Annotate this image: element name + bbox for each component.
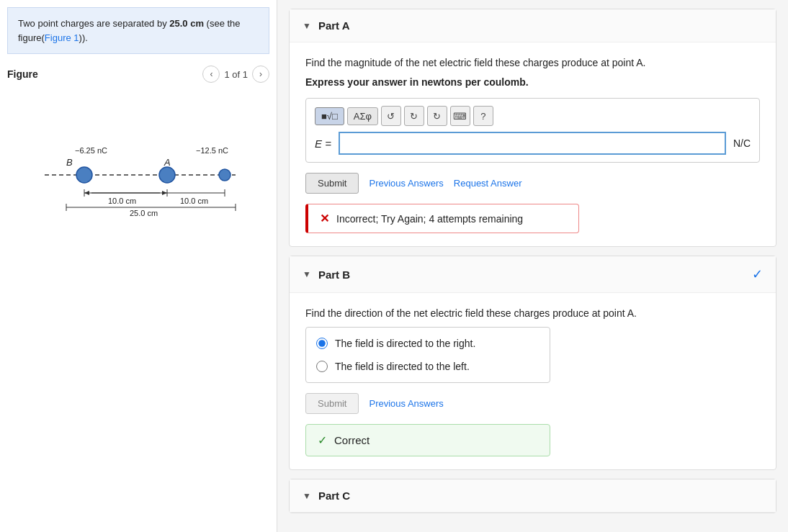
svg-text:−12.5 nC: −12.5 nC bbox=[196, 146, 228, 155]
part-b-correct-checkmark: ✓ bbox=[752, 266, 763, 282]
part-a-action-row: Submit Previous Answers Request Answer bbox=[305, 173, 760, 194]
math-btn-sigma[interactable]: ΑΣφ bbox=[347, 107, 378, 125]
figure-link[interactable]: Figure 1 bbox=[45, 32, 79, 43]
help-icon: ? bbox=[480, 111, 485, 122]
part-c-header[interactable]: ▼ Part C bbox=[290, 479, 776, 513]
part-b-correct-banner: ✓ Correct bbox=[305, 424, 550, 456]
svg-marker-12 bbox=[84, 191, 89, 195]
help-button[interactable]: ? bbox=[473, 106, 493, 126]
part-b-radio-2[interactable] bbox=[316, 361, 328, 372]
part-a-error-banner: ✕ Incorrect; Try Again; 4 attempts remai… bbox=[305, 204, 579, 233]
figure-suffix: )). bbox=[79, 32, 88, 43]
right-panel: ▼ Part A Find the magnitude of the net e… bbox=[277, 0, 788, 532]
part-a-section: ▼ Part A Find the magnitude of the net e… bbox=[289, 9, 776, 247]
svg-text:10.0 cm: 10.0 cm bbox=[108, 197, 136, 205]
figure-title: Figure bbox=[7, 68, 38, 80]
math-input-row: E = N/C bbox=[315, 132, 751, 155]
part-b-previous-answers-link[interactable]: Previous Answers bbox=[369, 398, 443, 409]
reset-button[interactable]: ↻ bbox=[427, 106, 447, 126]
math-toolbar: ■√□ ΑΣφ ↺ ↻ ↻ ⌨ ? bbox=[315, 106, 751, 126]
left-panel: Two point charges are separated by 25.0 … bbox=[0, 0, 277, 532]
svg-text:−6.25 nC: −6.25 nC bbox=[75, 146, 107, 155]
part-a-instruction: Express your answer in newtons per coulo… bbox=[305, 76, 760, 88]
part-a-label: Part A bbox=[318, 19, 350, 32]
part-b-question: Find the direction of the net electric f… bbox=[305, 306, 760, 321]
reset-icon: ↻ bbox=[433, 111, 441, 122]
part-b-option-2-text: The field is directed to the left. bbox=[335, 361, 470, 372]
svg-text:25.0 cm: 25.0 cm bbox=[130, 209, 158, 217]
part-c-section: ▼ Part C bbox=[289, 479, 776, 513]
incorrect-icon: ✕ bbox=[320, 212, 329, 225]
figure-counter: 1 of 1 bbox=[224, 69, 248, 80]
math-label: E = bbox=[315, 137, 331, 150]
redo-button[interactable]: ↻ bbox=[404, 106, 424, 126]
part-b-body: Find the direction of the net electric f… bbox=[290, 293, 776, 469]
math-input-box: ■√□ ΑΣφ ↺ ↻ ↻ ⌨ ? bbox=[305, 98, 760, 163]
svg-text:A: A bbox=[164, 157, 171, 168]
keyboard-icon: ⌨ bbox=[453, 111, 467, 122]
part-b-option-2[interactable]: The field is directed to the left. bbox=[306, 355, 550, 378]
redo-icon: ↻ bbox=[410, 111, 418, 122]
part-c-label: Part C bbox=[318, 490, 350, 502]
part-b-label: Part B bbox=[318, 269, 350, 281]
part-b-submit-button[interactable]: Submit bbox=[305, 393, 359, 414]
part-b-action-row: Submit Previous Answers bbox=[305, 393, 760, 414]
problem-text-pre: Two point charges are separated by bbox=[18, 18, 169, 29]
svg-text:B: B bbox=[66, 157, 73, 168]
part-b-collapse-icon: ▼ bbox=[303, 269, 311, 279]
part-b-header[interactable]: ▼ Part B ✓ bbox=[290, 256, 776, 293]
part-b-radio-1[interactable] bbox=[316, 338, 328, 349]
part-a-previous-answers-link[interactable]: Previous Answers bbox=[369, 178, 443, 189]
figure-diagram: B A −6.25 nC −12.5 nC 10.0 cm bbox=[7, 89, 269, 233]
correct-checkmark-icon: ✓ bbox=[318, 433, 327, 447]
part-a-question: Find the magnitude of the net electric f… bbox=[305, 55, 760, 71]
part-a-submit-button[interactable]: Submit bbox=[305, 173, 359, 194]
part-b-option-1-text: The field is directed to the right. bbox=[335, 338, 475, 349]
correct-text: Correct bbox=[334, 434, 370, 446]
part-c-collapse-icon: ▼ bbox=[303, 491, 311, 501]
figure-header: Figure ‹ 1 of 1 › bbox=[7, 66, 269, 83]
part-b-section: ▼ Part B ✓ Find the direction of the net… bbox=[289, 256, 776, 470]
part-b-option-1[interactable]: The field is directed to the right. bbox=[306, 332, 550, 355]
problem-description: Two point charges are separated by 25.0 … bbox=[7, 7, 269, 54]
keyboard-button[interactable]: ⌨ bbox=[450, 106, 470, 126]
math-input-field[interactable] bbox=[339, 132, 726, 155]
part-b-radio-group: The field is directed to the right. The … bbox=[305, 327, 550, 383]
part-a-request-answer-link[interactable]: Request Answer bbox=[454, 178, 522, 189]
part-a-header[interactable]: ▼ Part A bbox=[290, 9, 776, 42]
part-a-collapse-icon: ▼ bbox=[303, 21, 311, 31]
diagram-svg: B A −6.25 nC −12.5 nC 10.0 cm bbox=[23, 132, 254, 218]
next-arrow-icon: › bbox=[259, 69, 262, 79]
part-a-body: Find the magnitude of the net electric f… bbox=[290, 42, 776, 246]
svg-text:10.0 cm: 10.0 cm bbox=[180, 197, 208, 205]
svg-marker-13 bbox=[162, 191, 167, 195]
undo-icon: ↺ bbox=[387, 111, 395, 122]
math-btn-sqrt[interactable]: ■√□ bbox=[315, 107, 344, 125]
figure-nav: ‹ 1 of 1 › bbox=[202, 66, 269, 83]
math-unit: N/C bbox=[733, 137, 751, 149]
incorrect-text: Incorrect; Try Again; 4 attempts remaini… bbox=[336, 213, 523, 225]
undo-button[interactable]: ↺ bbox=[381, 106, 401, 126]
figure-prev-button[interactable]: ‹ bbox=[202, 66, 220, 83]
figure-next-button[interactable]: › bbox=[252, 66, 269, 83]
svg-point-1 bbox=[76, 167, 92, 183]
prev-arrow-icon: ‹ bbox=[210, 69, 212, 79]
figure-area: Figure ‹ 1 of 1 › bbox=[7, 66, 269, 525]
measurement: 25.0 cm bbox=[169, 18, 204, 29]
svg-point-2 bbox=[159, 167, 175, 183]
svg-point-3 bbox=[219, 169, 230, 181]
